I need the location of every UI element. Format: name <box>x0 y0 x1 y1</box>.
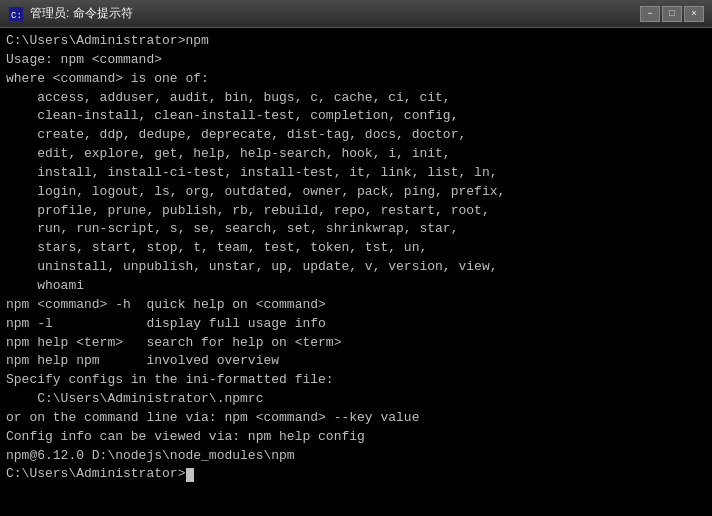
title-bar-controls: − □ × <box>640 6 704 22</box>
terminal-line: Specify configs in the ini-formatted fil… <box>6 371 706 390</box>
terminal-line: C:\Users\Administrator\.npmrc <box>6 390 706 409</box>
terminal-line: where <command> is one of: <box>6 70 706 89</box>
terminal-line: npm help <term> search for help on <term… <box>6 334 706 353</box>
terminal-line: Usage: npm <command> <box>6 51 706 70</box>
terminal-line: npm help npm involved overview <box>6 352 706 371</box>
terminal-line: uninstall, unpublish, unstar, up, update… <box>6 258 706 277</box>
terminal-line: install, install-ci-test, install-test, … <box>6 164 706 183</box>
terminal-line: npm <command> -h quick help on <command> <box>6 296 706 315</box>
terminal-prompt-line: C:\Users\Administrator> <box>6 465 706 484</box>
terminal-line: npm@6.12.0 D:\nodejs\node_modules\npm <box>6 447 706 466</box>
title-bar: C: 管理员: 命令提示符 − □ × <box>0 0 712 28</box>
terminal-line: create, ddp, dedupe, deprecate, dist-tag… <box>6 126 706 145</box>
cmd-icon: C: <box>8 6 24 22</box>
terminal-line: whoami <box>6 277 706 296</box>
terminal-line: or on the command line via: npm <command… <box>6 409 706 428</box>
close-button[interactable]: × <box>684 6 704 22</box>
title-bar-text: 管理员: 命令提示符 <box>30 5 634 22</box>
terminal-line: edit, explore, get, help, help-search, h… <box>6 145 706 164</box>
terminal-line: npm -l display full usage info <box>6 315 706 334</box>
terminal-cursor <box>186 468 194 482</box>
terminal-line: clean-install, clean-install-test, compl… <box>6 107 706 126</box>
terminal-line: stars, start, stop, t, team, test, token… <box>6 239 706 258</box>
minimize-button[interactable]: − <box>640 6 660 22</box>
maximize-button[interactable]: □ <box>662 6 682 22</box>
terminal-line: access, adduser, audit, bin, bugs, c, ca… <box>6 89 706 108</box>
terminal-line: C:\Users\Administrator>npm <box>6 32 706 51</box>
terminal-line: run, run-script, s, se, search, set, shr… <box>6 220 706 239</box>
terminal-line: login, logout, ls, org, outdated, owner,… <box>6 183 706 202</box>
terminal: C:\Users\Administrator>npmUsage: npm <co… <box>0 28 712 516</box>
svg-text:C:: C: <box>11 11 22 21</box>
terminal-line: Config info can be viewed via: npm help … <box>6 428 706 447</box>
terminal-line: profile, prune, publish, rb, rebuild, re… <box>6 202 706 221</box>
